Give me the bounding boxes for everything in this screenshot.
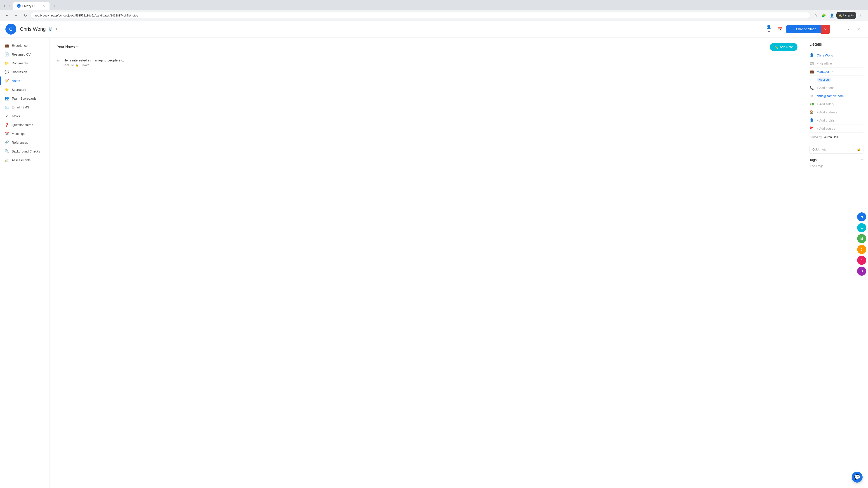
person-icon: 👤 [809, 53, 814, 57]
detail-row-headline: 📰 + Headline [809, 59, 864, 68]
profile-icon: 👤 [809, 118, 814, 123]
quick-note-area[interactable]: 🔒 [809, 145, 864, 154]
sidebar-item-meetings[interactable]: 📅 Meetings [0, 129, 50, 138]
sidebar-item-references[interactable]: 🔗 References [0, 138, 50, 147]
add-note-btn[interactable]: ✏️ Add Note [770, 43, 798, 51]
detail-source-placeholder[interactable]: + Add source [817, 127, 835, 130]
tags-add-btn[interactable]: + [861, 157, 864, 162]
sidebar-label-tasks: Tasks [12, 114, 20, 118]
detail-row-status: □ Applied [809, 76, 864, 84]
tasks-icon: ✓ [4, 114, 9, 118]
sidebar-item-discussion[interactable]: 💬 Discussion [0, 68, 50, 76]
added-by-row: Added by Lauren Dell [809, 133, 864, 141]
sidebar-item-documents[interactable]: 📁 Documents [0, 59, 50, 68]
prev-candidate-btn[interactable]: ← [833, 25, 841, 33]
detail-manager[interactable]: Manager ↗ [817, 70, 833, 73]
tab-favicon: B [17, 4, 21, 8]
detail-row-phone: 📞 + Add phone [809, 84, 864, 92]
added-by-name: Lauren Dell [823, 135, 838, 139]
external-link-icon: ↗ [831, 70, 833, 73]
sidebar-item-resume[interactable]: 📄 Resume / CV [0, 50, 50, 59]
calendar-btn[interactable]: 📅 [776, 25, 784, 33]
close-candidate-btn[interactable]: ✕ [855, 25, 863, 33]
detail-candidate-name[interactable]: Chris Wong [817, 54, 833, 57]
change-stage-main-btn[interactable]: → Change Stage [786, 25, 821, 33]
add-tags-placeholder[interactable]: + Add tags [809, 164, 864, 168]
meetings-icon: 📅 [4, 131, 9, 136]
change-stage-side-btn[interactable]: ✕ [821, 25, 830, 34]
app: C Chris Wong 📡 ★ ⋮ 👤+ 📅 → Change Stage ✕… [0, 21, 868, 488]
note-lock-icon: 🔒 [75, 64, 79, 67]
sidebar-item-email-sms[interactable]: ✉️ Email / SMS [0, 103, 50, 111]
background-checks-icon: 🔍 [4, 149, 9, 153]
quick-note-input[interactable] [812, 148, 855, 151]
detail-row-salary: 💵 + Add salary [809, 100, 864, 108]
change-stage-label: Change Stage [796, 27, 816, 31]
sidebar-item-background-checks[interactable]: 🔍 Background Checks [0, 147, 50, 156]
bookmark-btn[interactable]: ☆ [812, 12, 819, 19]
main-panel: Your Notes ▾ ✏️ Add Note ✏ He is interes… [50, 37, 805, 488]
tab-forward-btn[interactable]: › [7, 3, 12, 9]
detail-row-name: 👤 Chris Wong [809, 51, 864, 59]
extensions-btn[interactable]: 🧩 [820, 12, 827, 19]
questionnaires-icon: ❓ [4, 123, 9, 127]
sidebar-item-questionnaires[interactable]: ❓ Questionnaires [0, 121, 50, 129]
sidebar-item-scorecard[interactable]: ⭐ Scorecard [0, 85, 50, 94]
sidebar-item-experience[interactable]: 💼 Experience [0, 41, 50, 50]
sidebar-item-assessments[interactable]: 📊 Assessments [0, 156, 50, 164]
avatar-stack: N C M J J B [855, 210, 868, 278]
detail-profile-placeholder[interactable]: + Add profile [817, 119, 834, 122]
sidebar-label-scorecard: Scorecard [12, 88, 26, 92]
toolbar-actions: ☆ 🧩 👤 🕵 Incognito ⋮ [812, 12, 864, 19]
menu-btn[interactable]: ⋮ [857, 12, 864, 19]
active-tab[interactable]: B Breezy HR ✕ [13, 2, 50, 10]
avatar-j1[interactable]: J [857, 245, 866, 254]
rss-icon[interactable]: 📡 [48, 27, 53, 31]
new-tab-btn[interactable]: + [51, 3, 58, 9]
note-item: ✏ He is interested in managing people et… [57, 57, 798, 68]
app-body: 💼 Experience 📄 Resume / CV 📁 Documents 💬… [0, 37, 868, 488]
tab-close-btn[interactable]: ✕ [41, 4, 46, 8]
note-content: He is interested in managing people etc.… [64, 58, 798, 67]
tab-title: Breezy HR [22, 4, 37, 8]
discussion-icon: 💬 [4, 70, 9, 74]
more-options-btn[interactable]: ⋮ [754, 25, 762, 33]
detail-address-placeholder[interactable]: + Add address [817, 110, 837, 114]
chat-btn[interactable]: 💬 [852, 472, 863, 483]
avatar-n[interactable]: N [857, 213, 866, 221]
detail-row-source: 🚩 + Add source [809, 125, 864, 133]
profile-btn[interactable]: 👤 [828, 12, 835, 19]
pencil-icon: ✏️ [774, 45, 778, 49]
candidate-initial: C [9, 27, 12, 32]
detail-salary-placeholder[interactable]: + Add salary [817, 102, 834, 106]
detail-email[interactable]: chris@sample.com [817, 94, 844, 98]
address-bar[interactable] [31, 12, 810, 19]
detail-headline-placeholder[interactable]: + Headline [817, 62, 832, 65]
tab-back-btn[interactable]: ‹ [2, 3, 6, 9]
avatar-j2[interactable]: J [857, 256, 866, 265]
email-icon: ✉ [809, 94, 814, 98]
salary-icon: 💵 [809, 102, 814, 106]
documents-icon: 📁 [4, 61, 9, 65]
forward-btn[interactable]: → [13, 12, 20, 19]
detail-status: Applied [817, 77, 831, 82]
sidebar-item-tasks[interactable]: ✓ Tasks [0, 111, 50, 121]
sidebar: 💼 Experience 📄 Resume / CV 📁 Documents 💬… [0, 37, 50, 488]
back-btn[interactable]: ← [4, 12, 11, 19]
sidebar-item-notes[interactable]: 📝 Notes [0, 76, 50, 85]
add-person-btn[interactable]: 👤+ [765, 25, 773, 33]
tags-header: Tags + [809, 157, 864, 162]
detail-phone-placeholder[interactable]: + Add phone [817, 86, 835, 90]
star-icon[interactable]: ★ [55, 27, 58, 31]
note-edit-icon[interactable]: ✏ [57, 59, 60, 67]
notes-filter[interactable]: Your Notes ▾ [57, 45, 78, 49]
sidebar-item-team-scorecards[interactable]: 👥 Team Scorecards [0, 94, 50, 103]
status-icon: □ [809, 78, 814, 82]
avatar-c[interactable]: C [857, 223, 866, 232]
references-icon: 🔗 [4, 140, 9, 144]
next-candidate-btn[interactable]: → [844, 25, 852, 33]
avatar-b[interactable]: B [857, 267, 866, 275]
reload-btn[interactable]: ↻ [22, 12, 29, 19]
email-sms-icon: ✉️ [4, 105, 9, 109]
avatar-m[interactable]: M [857, 234, 866, 243]
